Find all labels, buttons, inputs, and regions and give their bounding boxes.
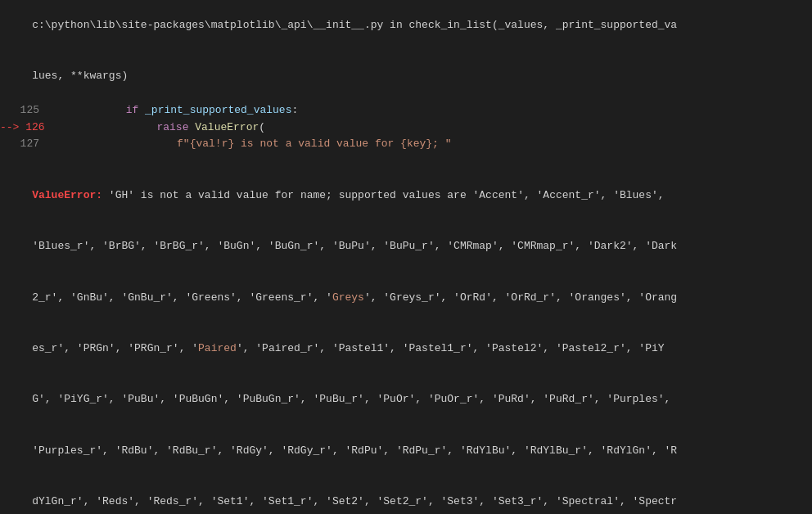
code-line-125: 125 if _print_supported_values: [0,102,812,119]
error-line-4: es_r', 'PRGn', 'PRGn_r', 'Paired', 'Pair… [0,323,812,374]
blank-1 [0,153,812,170]
error-line-7: dYlGn_r', 'Reds', 'Reds_r', 'Set1', 'Set… [0,476,812,514]
line-content-127: f"{val!r} is not a valid value for {key}… [49,136,452,153]
code-line-126: --> 126 raise ValueError( [0,119,812,137]
line-arrow-126: --> 126 [0,119,55,137]
error-line-3: 2_r', 'GnBu', 'GnBu_r', 'Greens', 'Green… [0,273,812,323]
path-text: c:\python\lib\site-packages\matplotlib\_… [32,19,677,31]
terminal-window: c:\python\lib\site-packages\matplotlib\_… [0,0,812,514]
error-line-2: 'Blues_r', 'BrBG', 'BrBG_r', 'BuGn', 'Bu… [0,221,812,272]
line-num-125: 125 [0,102,49,119]
error-main: ValueError: 'GH' is not a valid value fo… [0,170,812,221]
traceback-path: c:\python\lib\site-packages\matplotlib\_… [0,0,812,51]
error-line-5: G', 'PiYG_r', 'PuBu', 'PuBuGn', 'PuBuGn_… [0,375,812,426]
line-content-126: raise ValueError( [55,119,265,137]
path-text-cont: lues, **kwargs) [32,70,128,82]
error-message-1: 'GH' is not a valid value for name; supp… [102,189,665,201]
error-line-6: 'Purples_r', 'RdBu', 'RdBu_r', 'RdGy', '… [0,426,812,476]
error-label: ValueError: [32,189,102,201]
line-num-127: 127 [0,136,49,153]
traceback-path-cont: lues, **kwargs) [0,51,812,101]
code-line-127: 127 f"{val!r} is not a valid value for {… [0,136,812,153]
line-content-125: if _print_supported_values: [49,102,298,119]
paired-value: Paired [198,342,237,354]
greys-value: Greys [332,291,364,304]
